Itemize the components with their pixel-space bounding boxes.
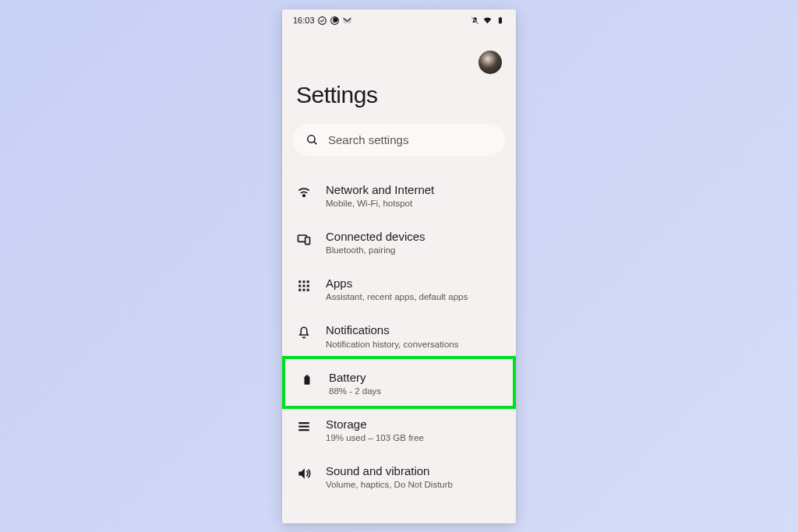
- wifi-icon: [296, 185, 312, 200]
- svg-rect-18: [303, 289, 305, 291]
- svg-rect-15: [303, 285, 305, 287]
- svg-rect-10: [305, 237, 310, 244]
- battery-icon: [299, 372, 315, 388]
- svg-rect-12: [303, 280, 305, 283]
- search-icon: [305, 133, 319, 146]
- vibrate-mute-icon: [470, 16, 480, 26]
- svg-rect-19: [307, 289, 309, 291]
- volume-icon: [296, 466, 312, 481]
- apps-grid-icon: [296, 278, 312, 294]
- svg-point-6: [308, 135, 315, 142]
- item-title: Network and Internet: [326, 182, 502, 198]
- gmail-icon: [342, 16, 352, 26]
- svg-rect-14: [298, 285, 301, 287]
- settings-item-apps[interactable]: Apps Assistant, recent apps, default app…: [282, 265, 516, 312]
- status-bar: 16:03: [282, 9, 516, 29]
- item-title: Sound and vibration: [326, 463, 502, 479]
- status-right: [470, 16, 505, 26]
- item-title: Battery: [329, 370, 499, 386]
- settings-item-storage[interactable]: Storage 19% used – 103 GB free: [282, 406, 516, 453]
- wifi-icon: [482, 16, 493, 26]
- item-subtitle: Mobile, Wi-Fi, hotspot: [326, 199, 502, 208]
- item-subtitle: Volume, haptics, Do Not Disturb: [326, 480, 502, 489]
- item-subtitle: Assistant, recent apps, default apps: [326, 292, 502, 301]
- item-text: Sound and vibration Volume, haptics, Do …: [326, 463, 502, 489]
- item-text: Connected devices Bluetooth, pairing: [326, 229, 502, 255]
- svg-rect-20: [305, 376, 310, 385]
- item-subtitle: 19% used – 103 GB free: [326, 433, 502, 442]
- svg-rect-23: [298, 425, 309, 427]
- header: Settings: [282, 29, 516, 108]
- svg-line-7: [314, 141, 316, 143]
- status-time: 16:03: [293, 16, 315, 25]
- settings-item-battery[interactable]: Battery 88% - 2 days: [282, 356, 516, 409]
- item-text: Apps Assistant, recent apps, default app…: [326, 276, 502, 301]
- settings-item-notifications[interactable]: Notifications Notification history, conv…: [282, 312, 516, 358]
- svg-rect-11: [298, 280, 301, 283]
- search-placeholder: Search settings: [328, 133, 408, 146]
- status-left: 16:03: [293, 16, 352, 26]
- svg-rect-17: [298, 289, 301, 291]
- devices-icon: [296, 231, 312, 247]
- settings-item-network[interactable]: Network and Internet Mobile, Wi-Fi, hots…: [282, 171, 516, 218]
- bell-icon: [296, 325, 312, 340]
- profile-avatar[interactable]: [478, 51, 502, 74]
- item-subtitle: Bluetooth, pairing: [326, 245, 502, 255]
- phone-frame: 16:03 Settings: [282, 9, 516, 523]
- svg-rect-5: [500, 17, 501, 18]
- settings-list: Network and Internet Mobile, Wi-Fi, hots…: [282, 168, 516, 503]
- item-title: Apps: [326, 276, 502, 291]
- svg-rect-22: [298, 422, 309, 424]
- item-title: Notifications: [326, 322, 502, 338]
- settings-item-sound[interactable]: Sound and vibration Volume, haptics, Do …: [282, 453, 516, 499]
- check-circle-icon: [317, 16, 327, 26]
- item-text: Storage 19% used – 103 GB free: [326, 417, 502, 442]
- page-title: Settings: [296, 82, 502, 108]
- whatsapp-icon: [330, 16, 340, 26]
- svg-rect-21: [305, 375, 309, 376]
- svg-point-8: [303, 194, 305, 196]
- item-title: Connected devices: [326, 229, 502, 245]
- storage-icon: [296, 419, 312, 435]
- item-subtitle: Notification history, conversations: [326, 340, 502, 349]
- settings-item-connected[interactable]: Connected devices Bluetooth, pairing: [282, 218, 516, 265]
- svg-rect-24: [298, 429, 309, 431]
- search-bar[interactable]: Search settings: [293, 124, 505, 156]
- item-title: Storage: [326, 417, 502, 432]
- svg-rect-4: [498, 18, 501, 24]
- svg-rect-13: [307, 280, 309, 283]
- item-text: Network and Internet Mobile, Wi-Fi, hots…: [326, 182, 502, 208]
- battery-status-icon: [495, 16, 505, 26]
- item-subtitle: 88% - 2 days: [329, 386, 499, 396]
- svg-rect-16: [307, 285, 309, 287]
- item-text: Battery 88% - 2 days: [329, 370, 499, 396]
- item-text: Notifications Notification history, conv…: [326, 322, 502, 348]
